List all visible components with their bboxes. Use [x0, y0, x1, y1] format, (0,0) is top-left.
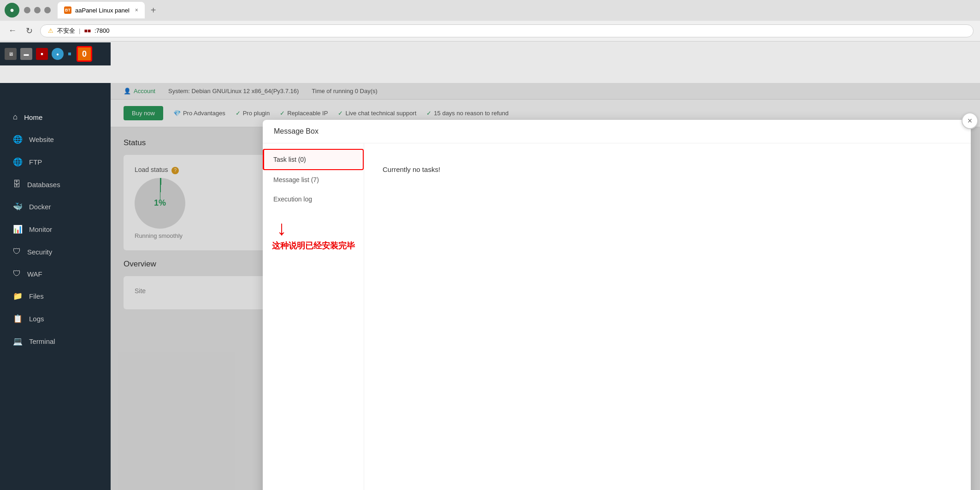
- sidebar-item-terminal[interactable]: 💻 Terminal: [0, 330, 111, 353]
- files-icon: 📁: [13, 291, 23, 301]
- sidebar-item-waf[interactable]: 🛡 WAF: [0, 263, 111, 285]
- logs-icon: 📋: [13, 314, 23, 324]
- sidebar-item-home[interactable]: ⌂ Home: [0, 106, 111, 128]
- no-tasks-text: Currently no tasks!: [383, 165, 440, 173]
- home-icon: ⌂: [13, 112, 18, 122]
- sidebar-item-label-databases: Databases: [27, 181, 60, 189]
- tab-message-list[interactable]: Message list (7): [263, 170, 364, 189]
- annotation-text: 这种说明已经安装完毕: [272, 240, 359, 251]
- docker-icon: 🐳: [13, 202, 23, 212]
- taskbar-icon-monitor[interactable]: 🖥: [5, 48, 17, 60]
- sidebar: 🖥 ▬ ■ ● 0 ⌂ Home 🌐 Website 🌐 FTP 🗄 Datab…: [0, 83, 111, 490]
- security-warning-icon: ⚠: [48, 27, 53, 34]
- back-button[interactable]: ←: [6, 24, 18, 37]
- annotation-container: ↓ 这种说明已经安装完毕: [263, 209, 364, 251]
- sidebar-item-logs[interactable]: 📋 Logs: [0, 307, 111, 330]
- terminal-icon: 💻: [13, 337, 23, 346]
- sidebar-item-ftp[interactable]: 🌐 FTP: [0, 151, 111, 173]
- tab-task-list-label: Task list (0): [273, 156, 306, 163]
- refresh-button[interactable]: ↻: [24, 24, 35, 38]
- ftp-icon: 🌐: [13, 157, 23, 167]
- sidebar-item-label-logs: Logs: [29, 315, 44, 323]
- sidebar-item-label-security: Security: [27, 248, 52, 256]
- sidebar-item-label-terminal: Terminal: [29, 337, 55, 345]
- address-port: :7800: [94, 27, 110, 34]
- message-box-title: Message Box: [263, 120, 971, 143]
- sidebar-item-label-docker: Docker: [29, 203, 51, 211]
- insecure-label: 不安全: [57, 27, 75, 35]
- tab-message-list-label: Message list (7): [273, 176, 319, 183]
- sidebar-item-security[interactable]: 🛡 Security: [0, 241, 111, 263]
- sidebar-item-files[interactable]: 📁 Files: [0, 285, 111, 307]
- message-box-header-area: Message Box ×: [263, 120, 971, 143]
- window-control-3[interactable]: [44, 7, 51, 13]
- window-control[interactable]: [24, 7, 30, 13]
- sidebar-item-website[interactable]: 🌐 Website: [0, 128, 111, 151]
- sidebar-item-label-ftp: FTP: [29, 158, 42, 166]
- window-control-2[interactable]: [34, 7, 41, 13]
- message-box-close-button[interactable]: ×: [962, 112, 978, 129]
- tab-task-list[interactable]: Task list (0): [263, 149, 364, 170]
- notification-badge[interactable]: 0: [77, 46, 92, 62]
- taskbar-icon-4[interactable]: ●: [52, 48, 64, 60]
- sidebar-item-docker[interactable]: 🐳 Docker: [0, 195, 111, 218]
- tab-close-button[interactable]: ×: [135, 7, 138, 13]
- tab-controls: [24, 7, 51, 13]
- taskbar-dot: [68, 53, 71, 55]
- browser-logo: ●: [5, 3, 19, 18]
- taskbar-icon-3[interactable]: ■: [36, 48, 48, 60]
- address-divider: |: [79, 27, 80, 34]
- tab-execution-log-label: Execution log: [273, 195, 312, 203]
- databases-icon: 🗄: [13, 180, 21, 189]
- address-color-block1: ■■: [84, 28, 91, 34]
- active-tab[interactable]: BT aaPanel Linux panel ×: [58, 2, 145, 18]
- sidebar-item-label-files: Files: [29, 292, 44, 300]
- main-layout: 🖥 ▬ ■ ● 0 ⌂ Home 🌐 Website 🌐 FTP 🗄 Datab…: [0, 83, 980, 490]
- website-icon: 🌐: [13, 135, 23, 144]
- sidebar-item-label-home: Home: [24, 113, 42, 121]
- sidebar-item-label-waf: WAF: [27, 270, 42, 278]
- security-icon: 🛡: [13, 247, 21, 256]
- tab-title: aaPanel Linux panel: [75, 7, 130, 14]
- address-input[interactable]: ⚠ 不安全 | ■■ :7800: [40, 24, 974, 37]
- arrow-down-icon: ↓: [277, 218, 359, 238]
- waf-icon: 🛡: [13, 269, 21, 278]
- browser-chrome: ● BT aaPanel Linux panel × + ← ↻ ⚠ 不安全 |…: [0, 0, 980, 41]
- sidebar-item-label-monitor: Monitor: [29, 225, 52, 233]
- sidebar-item-databases[interactable]: 🗄 Databases: [0, 173, 111, 195]
- tab-bar: ● BT aaPanel Linux panel × +: [0, 0, 980, 21]
- sidebar-item-monitor[interactable]: 📊 Monitor: [0, 218, 111, 241]
- taskbar-row: 🖥 ▬ ■ ● 0: [0, 42, 111, 65]
- tab-execution-log[interactable]: Execution log: [263, 189, 364, 209]
- taskbar-icon-2[interactable]: ▬: [20, 48, 32, 60]
- tab-favicon: BT: [64, 6, 71, 14]
- monitor-icon: 📊: [13, 224, 23, 234]
- message-content-panel: Currently no tasks!: [364, 143, 971, 490]
- sidebar-item-label-website: Website: [29, 136, 54, 143]
- new-tab-button[interactable]: +: [147, 5, 160, 16]
- address-bar: ← ↻ ⚠ 不安全 | ■■ :7800: [0, 21, 980, 41]
- message-box: Message Box × Task list (0) Message list…: [263, 120, 971, 490]
- content-area: 👤 Account System: Debian GNU/Linux 12 x8…: [111, 83, 980, 490]
- message-tabs: Task list (0) Message list (7) Execution…: [263, 143, 364, 490]
- message-box-body: Task list (0) Message list (7) Execution…: [263, 143, 971, 490]
